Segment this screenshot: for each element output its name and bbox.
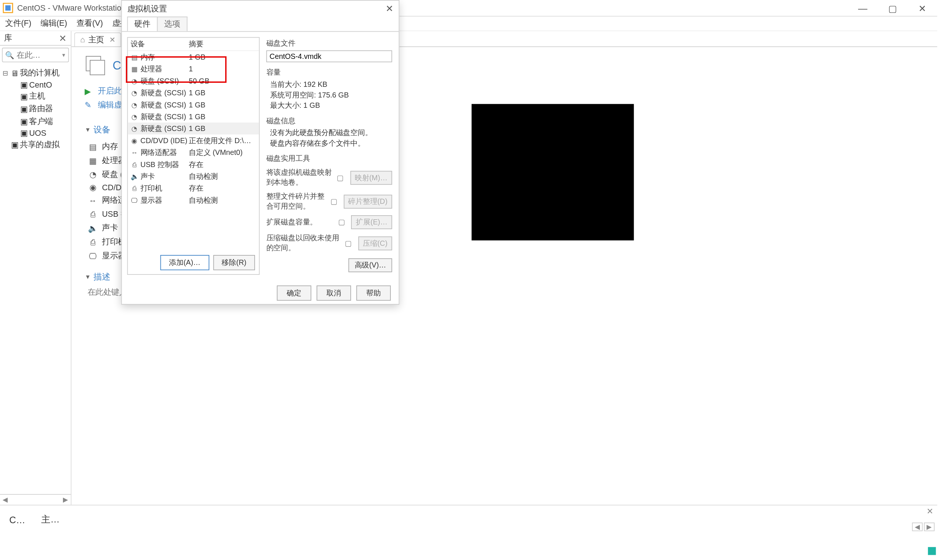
home-icon: ⌂ xyxy=(80,35,85,44)
hw-summary: 正在使用文件 D:\my 镜像\Cen… xyxy=(189,135,257,145)
hw-summary: 1 GB xyxy=(189,125,257,132)
hw-summary: 1 GB xyxy=(189,112,257,121)
hardware-row[interactable]: ▦处理器1 xyxy=(128,63,259,75)
hardware-row[interactable]: 🔈声卡自动检测 xyxy=(128,170,259,182)
tree-item[interactable]: ⊟🖥我的计算机 xyxy=(2,67,69,80)
hw-device: 打印机 xyxy=(140,183,162,193)
hw-summary: 1 GB xyxy=(189,89,257,97)
hardware-row[interactable]: ↔网络适配器自定义 (VMnet0) xyxy=(128,146,259,158)
defrag-button[interactable]: 碎片整理(D) xyxy=(344,194,392,208)
hardware-row[interactable]: 🖵显示器自动检测 xyxy=(128,194,259,206)
footer-right-icon[interactable]: ▶ xyxy=(924,523,934,531)
device-icon: 🔈 xyxy=(88,224,98,233)
library-search[interactable]: 🔍 ▾ xyxy=(2,48,69,63)
status-indicator-icon xyxy=(928,547,936,555)
tree-item[interactable]: ▣客户端 xyxy=(2,115,69,128)
maximize-button[interactable]: ▢ xyxy=(877,0,907,17)
disk-file-input[interactable] xyxy=(266,51,392,62)
hardware-row[interactable]: ⎙打印机存在 xyxy=(128,182,259,194)
map-button[interactable]: 映射(M)… xyxy=(350,171,392,185)
tree-node-icon: 🖥 xyxy=(9,68,20,78)
tree-item[interactable]: ▣UOS xyxy=(2,128,69,138)
col-device: 设备 xyxy=(131,39,189,49)
close-button[interactable]: ✕ xyxy=(907,0,937,17)
device-icon: ↔ xyxy=(88,196,98,205)
hw-device: 新硬盘 (SCSI) xyxy=(140,111,186,122)
hardware-row[interactable]: ◔新硬盘 (SCSI)1 GB xyxy=(128,123,259,134)
scroll-left-icon[interactable]: ◀ xyxy=(0,496,11,503)
cancel-button[interactable]: 取消 xyxy=(316,286,351,301)
minimize-button[interactable]: — xyxy=(848,0,877,17)
hw-summary: 1 xyxy=(189,65,257,73)
menu-file[interactable]: 文件(F) xyxy=(5,18,31,29)
library-close-icon[interactable]: ✕ xyxy=(59,33,67,43)
hw-device: USB 控制器 xyxy=(140,159,180,169)
scroll-right-icon[interactable]: ▶ xyxy=(60,496,71,503)
hw-summary: 自动检测 xyxy=(189,171,257,181)
hw-icon: 🔈 xyxy=(131,172,139,180)
library-scrollbar[interactable]: ◀ ▶ xyxy=(0,494,71,505)
tree-toggle-icon[interactable]: ⊟ xyxy=(2,69,9,77)
tree-node-icon: ▣ xyxy=(18,92,29,101)
hw-summary: 自动检测 xyxy=(189,195,257,205)
tree-item[interactable]: ▣共享的虚拟 xyxy=(2,138,69,151)
search-icon: 🔍 xyxy=(5,51,14,59)
device-icon: ⎙ xyxy=(88,210,98,219)
hw-icon: ⎙ xyxy=(131,161,139,168)
device-icon: ▦ xyxy=(88,156,98,165)
add-button[interactable]: 添加(A)… xyxy=(160,255,209,270)
hw-icon: ◔ xyxy=(131,77,139,85)
tab-hardware[interactable]: 硬件 xyxy=(127,17,158,31)
hw-icon: ▦ xyxy=(131,65,139,72)
device-icon: ▤ xyxy=(88,142,98,151)
hardware-row[interactable]: ▤内存1 GB xyxy=(128,51,259,63)
footer-left-icon[interactable]: ◀ xyxy=(912,523,923,531)
hardware-row[interactable]: ◔新硬盘 (SCSI)1 GB xyxy=(128,111,259,123)
hardware-row[interactable]: ◔新硬盘 (SCSI)1 GB xyxy=(128,98,259,111)
hardware-row[interactable]: ◔硬盘 (SCSI)50 GB xyxy=(128,75,259,86)
help-icon[interactable]: ▢ xyxy=(331,197,340,206)
hw-icon: ◔ xyxy=(131,101,139,109)
help-icon[interactable]: ▢ xyxy=(337,173,346,182)
close-icon[interactable]: ✕ xyxy=(109,35,115,44)
footer-tab-2[interactable]: 主… xyxy=(41,514,60,525)
tree-item[interactable]: ▣主机 xyxy=(2,90,69,103)
tree-item[interactable]: ▣路由器 xyxy=(2,103,69,115)
ok-button[interactable]: 确定 xyxy=(277,286,311,301)
device-label: 声卡 xyxy=(102,223,118,234)
defrag-label: 整理文件碎片并整合可用空间。 xyxy=(266,191,326,211)
hardware-row[interactable]: ◔新硬盘 (SCSI)1 GB xyxy=(128,87,259,98)
tab-options[interactable]: 选项 xyxy=(157,17,188,31)
hardware-row[interactable]: ◉CD/DVD (IDE)正在使用文件 D:\my 镜像\Cen… xyxy=(128,134,259,146)
tab-home[interactable]: ⌂ 主页 ✕ xyxy=(74,32,122,46)
library-tree[interactable]: ⊟🖥我的计算机▣CentO▣主机▣路由器▣客户端▣UOS▣共享的虚拟 xyxy=(0,65,71,154)
help-icon[interactable]: ▢ xyxy=(338,218,347,226)
hw-device: 显示器 xyxy=(140,195,162,205)
search-input[interactable] xyxy=(17,51,56,60)
hw-summary: 1 GB xyxy=(189,101,257,109)
dialog-close-icon[interactable]: ✕ xyxy=(386,3,394,14)
remove-button[interactable]: 移除(R) xyxy=(213,255,255,270)
hardware-row[interactable]: ⎙USB 控制器存在 xyxy=(128,158,259,170)
hw-icon: ◔ xyxy=(131,125,139,132)
chevron-down-icon: ▼ xyxy=(85,126,91,133)
hw-icon: 🖵 xyxy=(131,197,139,204)
menu-edit[interactable]: 编辑(E) xyxy=(40,18,67,29)
hw-device: 内存 xyxy=(140,52,155,62)
hw-device: 新硬盘 (SCSI) xyxy=(140,124,186,134)
tree-item[interactable]: ▣CentO xyxy=(2,80,69,90)
expand-button[interactable]: 扩展(E)… xyxy=(351,215,392,229)
tree-node-label: 客户端 xyxy=(29,116,53,127)
help-icon[interactable]: ▢ xyxy=(345,239,354,247)
map-label: 将该虚拟机磁盘映射到本地卷。 xyxy=(266,168,333,187)
menu-view[interactable]: 查看(V) xyxy=(77,18,103,29)
tree-node-icon: ▣ xyxy=(18,117,29,126)
footer-tab-1[interactable]: C… xyxy=(9,514,25,525)
tree-node-label: 路由器 xyxy=(29,103,53,115)
compact-button[interactable]: 压缩(C) xyxy=(358,236,392,250)
advanced-button[interactable]: 高级(V)… xyxy=(348,258,392,272)
footer-close-icon[interactable]: ✕ xyxy=(927,507,933,516)
help-button[interactable]: 帮助 xyxy=(356,286,391,301)
device-icon: ◉ xyxy=(88,183,98,192)
dropdown-icon[interactable]: ▾ xyxy=(62,52,66,58)
